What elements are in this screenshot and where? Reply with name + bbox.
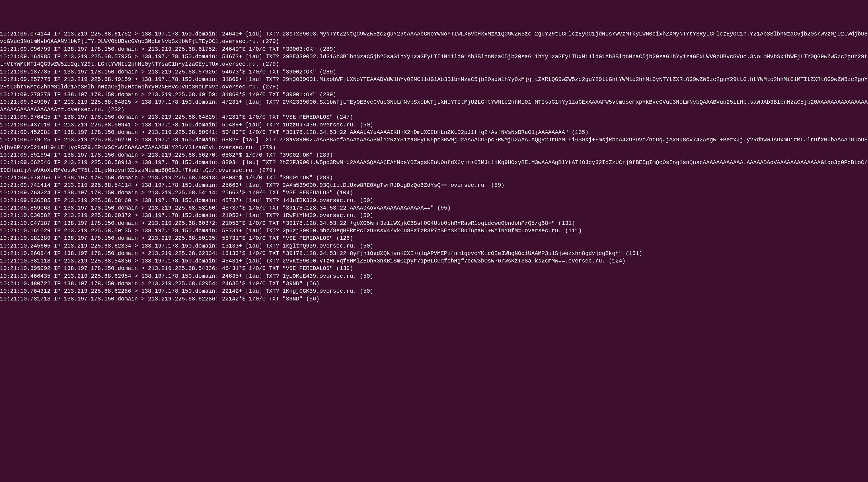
packet-line: 10:21:09.763224 IP 138.197.178.150.domai… (0, 189, 868, 197)
packet-line: 10:21:10.466435 IP 213.219.225.68.62954 … (0, 272, 868, 280)
packet-line: 10:21:09.257775 IP 213.219.225.68.49159 … (0, 76, 868, 91)
packet-line: 10:21:10.395092 IP 138.197.178.150.domai… (0, 265, 868, 272)
packet-line: 10:21:09.074144 IP 213.219.225.68.61752 … (0, 30, 868, 46)
packet-line: 10:21:09.741414 IP 213.219.225.68.54114 … (0, 182, 868, 189)
packet-line: 10:21:09.096799 IP 138.197.178.150.domai… (0, 46, 868, 53)
packet-line: 10:21:10.030582 IP 213.219.225.68.60372 … (0, 212, 868, 219)
packet-line: 10:21:09.349007 IP 213.219.225.68.64825 … (0, 98, 868, 114)
terminal-output: 10:21:09.074144 IP 213.219.225.68.61752 … (0, 30, 868, 303)
packet-line: 10:21:10.047187 IP 138.197.178.150.domai… (0, 219, 868, 227)
packet-line: 10:21:09.452981 IP 138.197.178.150.domai… (0, 129, 868, 136)
packet-line: 10:21:10.781713 IP 138.197.178.150.domai… (0, 295, 868, 303)
packet-line: 10:21:09.164985 IP 213.219.225.68.57925 … (0, 53, 868, 68)
packet-line: 10:21:09.678756 IP 138.197.178.150.domai… (0, 174, 868, 182)
packet-line: 10:21:09.591994 IP 138.197.178.150.domai… (0, 151, 868, 159)
packet-line: 10:21:10.764312 IP 213.219.225.68.62286 … (0, 288, 868, 295)
packet-line: 10:21:09.278278 IP 138.197.178.150.domai… (0, 91, 868, 98)
packet-line: 10:21:09.187785 IP 138.197.178.150.domai… (0, 68, 868, 76)
packet-line: 10:21:10.161029 IP 213.219.225.68.50135 … (0, 227, 868, 235)
packet-line: 10:21:09.579025 IP 213.219.225.68.56270 … (0, 136, 868, 151)
packet-line: 10:21:09.836585 IP 213.219.225.68.58160 … (0, 197, 868, 204)
packet-line: 10:21:09.662546 IP 213.219.225.68.58913 … (0, 159, 868, 174)
packet-line: 10:21:09.437010 IP 213.219.225.68.50941 … (0, 121, 868, 129)
packet-line: 10:21:10.381118 IP 213.219.225.68.54336 … (0, 257, 868, 265)
packet-line: 10:21:09.859063 IP 138.197.178.150.domai… (0, 204, 868, 212)
packet-line: 10:21:09.370425 IP 138.197.178.150.domai… (0, 113, 868, 121)
packet-line: 10:21:10.480722 IP 138.197.178.150.domai… (0, 280, 868, 288)
packet-line: 10:21:10.260844 IP 138.197.178.150.domai… (0, 250, 868, 257)
packet-line: 10:21:10.245605 IP 213.219.225.68.62334 … (0, 242, 868, 250)
packet-line: 10:21:10.181389 IP 138.197.178.150.domai… (0, 235, 868, 242)
